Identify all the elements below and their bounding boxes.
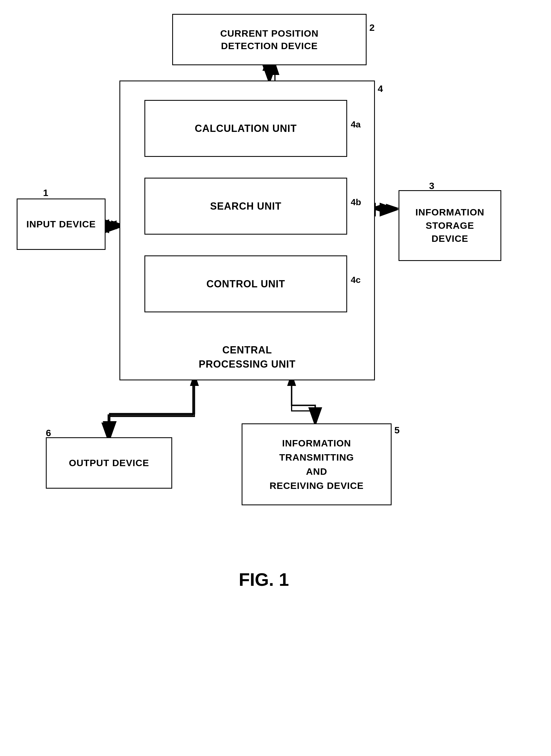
figure-caption: FIG. 1 [208,569,320,590]
ref-6: 6 [46,428,51,438]
ref-1: 1 [43,187,48,198]
ref-3: 3 [429,180,434,191]
ref-4: 4 [378,83,383,94]
current-position-label: CURRENT POSITION DETECTION DEVICE [220,27,319,52]
current-position-box: CURRENT POSITION DETECTION DEVICE [172,14,367,65]
info-storage-box: INFORMATION STORAGE DEVICE [399,190,501,261]
ref-5: 5 [394,425,400,436]
calculation-unit-label: CALCULATION UNIT [195,123,297,134]
input-device-box: INPUT DEVICE [17,199,105,250]
ref-4c: 4c [351,275,361,285]
info-transmitting-box: INFORMATION TRANSMITTING AND RECEIVING D… [241,423,392,505]
control-unit-box: CONTROL UNIT [144,255,347,312]
ref-4b: 4b [351,197,361,207]
control-unit-label: CONTROL UNIT [206,278,285,290]
ref-4a: 4a [351,119,361,130]
input-device-label: INPUT DEVICE [26,219,96,230]
info-transmitting-label: INFORMATION TRANSMITTING AND RECEIVING D… [269,436,364,493]
calculation-unit-box: CALCULATION UNIT [144,100,347,157]
ref-2: 2 [369,22,375,33]
output-device-label: OUTPUT DEVICE [69,458,149,468]
info-storage-label: INFORMATION STORAGE DEVICE [416,206,484,245]
diagram-container: CURRENT POSITION DETECTION DEVICE 2 CENT… [0,0,551,756]
search-unit-box: SEARCH UNIT [144,178,347,235]
search-unit-label: SEARCH UNIT [210,200,281,212]
output-device-box: OUTPUT DEVICE [46,437,172,489]
cpu-label: CENTRAL PROCESSING UNIT [198,343,296,371]
